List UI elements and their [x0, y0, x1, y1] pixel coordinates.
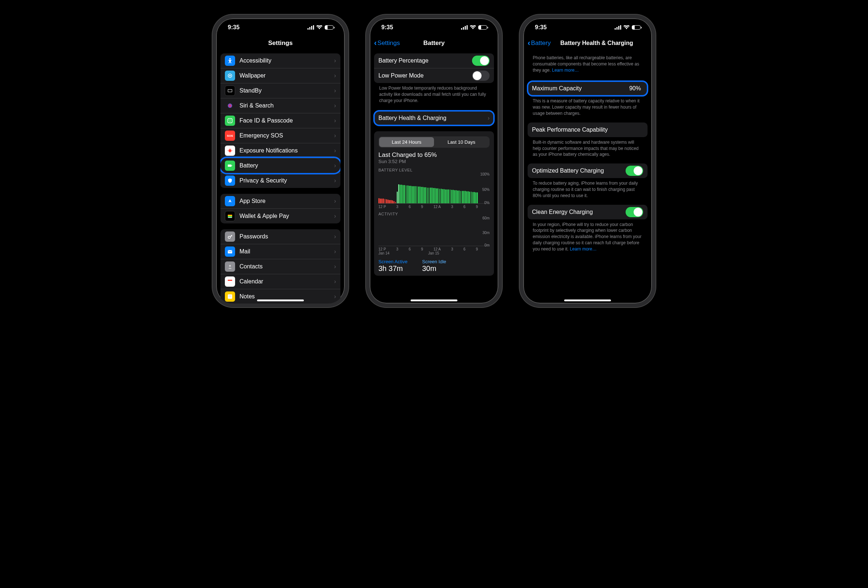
low-power-mode-row[interactable]: Low Power Mode [374, 68, 494, 83]
battery-percentage-row[interactable]: Battery Percentage [374, 53, 494, 68]
settings-row-privacy[interactable]: Privacy & Security› [220, 173, 340, 188]
signal-icon [461, 25, 468, 30]
home-indicator[interactable] [410, 300, 458, 301]
back-button[interactable]: ‹Battery [528, 38, 551, 48]
max-capacity-row[interactable]: Maximum Capacity 90% [528, 81, 648, 96]
seg-24h[interactable]: Last 24 Hours [379, 137, 434, 147]
row-label: Peak Performance Capability [532, 127, 643, 133]
faceid-icon [225, 115, 235, 126]
battery-percentage-toggle[interactable] [472, 56, 490, 66]
svg-rect-8 [228, 90, 232, 92]
last-charged-title: Last Charged to 65% [378, 151, 490, 159]
settings-row-calendar[interactable]: Calendar› [220, 274, 340, 289]
notes-icon [225, 291, 235, 302]
clean-energy-row[interactable]: Clean Energy Charging [528, 205, 648, 219]
settings-row-faceid[interactable]: Face ID & Passcode› [220, 113, 340, 128]
standby-icon [225, 86, 235, 96]
chevron-right-icon: › [334, 213, 336, 219]
optimized-footer: To reduce battery aging, iPhone learns f… [528, 178, 648, 199]
settings-row-contacts[interactable]: Contacts› [220, 259, 340, 274]
settings-row-notes[interactable]: Notes› [220, 289, 340, 303]
ytick: 0% [484, 201, 490, 205]
peak-perf-section: Peak Performance Capability [528, 123, 648, 137]
chevron-right-icon: › [334, 233, 336, 240]
settings-row-sos[interactable]: SOSEmergency SOS› [220, 128, 340, 143]
row-label: Exposure Notifications [239, 147, 334, 154]
chevron-right-icon: › [334, 102, 336, 109]
status-time: 9:35 [535, 24, 547, 31]
mail-icon [225, 247, 235, 257]
chevron-left-icon: ‹ [374, 38, 376, 48]
settings-row-battery[interactable]: Battery› [220, 158, 340, 173]
learn-more-link[interactable]: Learn more… [570, 247, 596, 251]
sos-icon: SOS [225, 130, 235, 141]
wifi-icon [623, 25, 630, 30]
settings-group-2: App Store›Wallet & Apple Pay› [220, 194, 340, 223]
settings-row-wallet[interactable]: Wallet & Apple Pay› [220, 208, 340, 223]
row-label: Wallpaper [239, 72, 334, 79]
settings-row-passwords[interactable]: Passwords› [220, 229, 340, 244]
stat-value: 3h 37m [378, 264, 408, 273]
chevron-right-icon: › [334, 87, 336, 94]
row-label: App Store [239, 198, 334, 204]
row-label: Notes [239, 293, 334, 300]
seg-10d[interactable]: Last 10 Days [434, 137, 489, 147]
nav-bar: Settings [216, 37, 345, 50]
chevron-right-icon: › [334, 293, 336, 300]
page-title: Settings [216, 40, 345, 47]
battery-level-chart: 100% 50% 0% [378, 174, 490, 204]
chevron-right-icon: › [334, 132, 336, 139]
chevron-right-icon: › [334, 117, 336, 124]
peak-footer: Built-in dynamic software and hardware s… [528, 137, 648, 158]
chevron-right-icon: › [334, 58, 336, 64]
chevron-right-icon: › [334, 147, 336, 154]
battery-health-charging-row[interactable]: Battery Health & Charging › [374, 111, 494, 126]
chevron-right-icon: › [334, 278, 336, 285]
xaxis-sub: Jan 14Jan 15 [378, 251, 490, 255]
contacts-icon [225, 261, 235, 272]
learn-more-link[interactable]: Learn more… [552, 68, 579, 73]
optimized-charging-row[interactable]: Optimized Battery Charging [528, 164, 648, 178]
svg-rect-19 [228, 164, 232, 167]
ytick: 0m [484, 243, 490, 247]
row-label: Privacy & Security [239, 177, 334, 184]
xaxis: 12 P36912 A369 [378, 204, 490, 209]
row-label: Siri & Search [239, 102, 334, 109]
chevron-right-icon: › [488, 115, 490, 121]
low-power-mode-toggle[interactable] [472, 71, 490, 81]
optimized-charging-toggle[interactable] [626, 165, 643, 176]
chevron-right-icon: › [334, 177, 336, 184]
back-label: Settings [377, 40, 400, 47]
row-label: Accessibility [239, 58, 334, 64]
time-range-segment[interactable]: Last 24 Hours Last 10 Days [378, 136, 490, 148]
home-indicator[interactable] [257, 300, 304, 301]
battery-usage-section: Last 24 Hours Last 10 Days Last Charged … [374, 131, 494, 276]
svg-rect-29 [228, 280, 232, 281]
passwords-icon [225, 232, 235, 242]
settings-row-exposure[interactable]: Exposure Notifications› [220, 143, 340, 158]
activity-chart: 60m 30m 0m [378, 217, 490, 246]
clean-energy-section: Clean Energy Charging [528, 205, 648, 219]
settings-row-mail[interactable]: Mail› [220, 244, 340, 259]
row-label: Mail [239, 248, 334, 255]
settings-row-accessibility[interactable]: Accessibility› [220, 53, 340, 68]
chevron-right-icon: › [334, 198, 336, 204]
svg-rect-34 [463, 27, 464, 30]
settings-row-appstore[interactable]: App Store› [220, 194, 340, 208]
back-button[interactable]: ‹Settings [374, 38, 400, 48]
battery-indicator: 34 [325, 25, 335, 30]
stat-value: 30m [422, 264, 446, 273]
wallet-icon [225, 211, 235, 221]
wallpaper-icon [225, 71, 235, 81]
battery-toggles: Battery Percentage Low Power Mode [374, 53, 494, 83]
peak-performance-row[interactable]: Peak Performance Capability [528, 123, 648, 137]
svg-rect-40 [620, 25, 621, 30]
home-indicator[interactable] [564, 300, 611, 301]
settings-group-3: Passwords›Mail›Contacts›Calendar›Notes› [220, 229, 340, 303]
settings-row-standby[interactable]: StandBy› [220, 83, 340, 98]
clean-energy-toggle[interactable] [626, 207, 643, 217]
settings-row-siri[interactable]: Siri & Search› [220, 98, 340, 113]
svg-rect-39 [618, 26, 619, 30]
settings-row-wallpaper[interactable]: Wallpaper› [220, 68, 340, 83]
row-label: Calendar [239, 278, 334, 285]
